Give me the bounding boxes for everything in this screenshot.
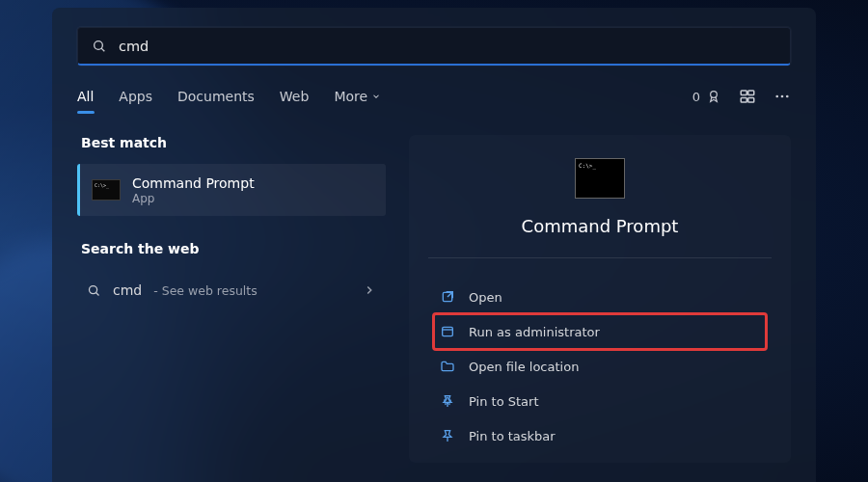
rewards-badge[interactable]: 0	[692, 89, 721, 104]
tab-all[interactable]: All	[77, 83, 94, 110]
chevron-right-icon	[363, 283, 376, 297]
preview-app-icon	[575, 158, 625, 199]
action-label: Open	[469, 290, 502, 305]
action-label: Open file location	[469, 360, 579, 374]
action-label: Pin to Start	[469, 394, 538, 409]
open-icon	[440, 289, 455, 305]
action-label: Pin to taskbar	[469, 429, 556, 443]
options-icon[interactable]	[739, 88, 756, 105]
result-subtitle: App	[132, 192, 255, 205]
tab-more[interactable]: More	[334, 83, 381, 110]
svg-rect-3	[741, 91, 746, 95]
chevron-down-icon	[371, 92, 381, 101]
search-icon	[92, 39, 107, 54]
action-pin-to-taskbar[interactable]: Pin to taskbar	[434, 418, 766, 453]
medal-icon	[706, 89, 721, 104]
more-icon[interactable]	[773, 88, 791, 105]
pin-icon	[440, 393, 455, 409]
preview-panel: Command Prompt Open Run as administrator…	[409, 135, 791, 463]
search-bar[interactable]	[77, 27, 791, 66]
search-web-label: Search the web	[77, 241, 386, 256]
svg-rect-4	[748, 91, 754, 95]
svg-point-8	[781, 95, 784, 98]
svg-point-2	[711, 92, 718, 98]
tab-web[interactable]: Web	[280, 83, 310, 110]
svg-point-7	[775, 95, 778, 98]
best-match-label: Best match	[77, 135, 386, 150]
result-command-prompt[interactable]: Command Prompt App	[77, 164, 386, 216]
svg-rect-6	[748, 98, 754, 103]
web-hint: - See web results	[153, 283, 257, 298]
svg-point-0	[95, 40, 103, 49]
svg-point-9	[786, 95, 789, 98]
svg-point-10	[90, 285, 97, 293]
search-input[interactable]	[119, 39, 776, 54]
action-label: Run as administrator	[469, 325, 600, 339]
svg-rect-14	[443, 327, 453, 335]
tab-apps[interactable]: Apps	[119, 83, 152, 110]
divider	[428, 257, 772, 258]
action-run-as-administrator[interactable]: Run as administrator	[434, 314, 766, 349]
web-result-cmd[interactable]: cmd - See web results	[77, 270, 386, 310]
svg-line-1	[101, 48, 104, 51]
action-pin-to-start[interactable]: Pin to Start	[434, 384, 766, 418]
folder-icon	[440, 359, 455, 374]
tab-documents[interactable]: Documents	[177, 83, 255, 110]
result-title: Command Prompt	[132, 175, 255, 191]
action-list: Open Run as administrator Open file loca…	[409, 280, 791, 453]
search-icon	[87, 283, 101, 298]
pin-icon	[440, 428, 455, 443]
svg-rect-5	[741, 98, 746, 103]
web-term: cmd	[113, 282, 142, 298]
start-search-panel: All Apps Documents Web More 0 Best match…	[52, 8, 816, 482]
action-open-file-location[interactable]: Open file location	[434, 349, 766, 384]
action-open[interactable]: Open	[434, 280, 766, 314]
cmd-icon	[92, 179, 121, 201]
shield-icon	[440, 324, 455, 339]
svg-line-11	[96, 292, 99, 295]
results-column: Best match Command Prompt App Search the…	[77, 135, 386, 463]
filter-tabs: All Apps Documents Web More 0	[77, 83, 791, 110]
preview-title: Command Prompt	[409, 216, 791, 236]
